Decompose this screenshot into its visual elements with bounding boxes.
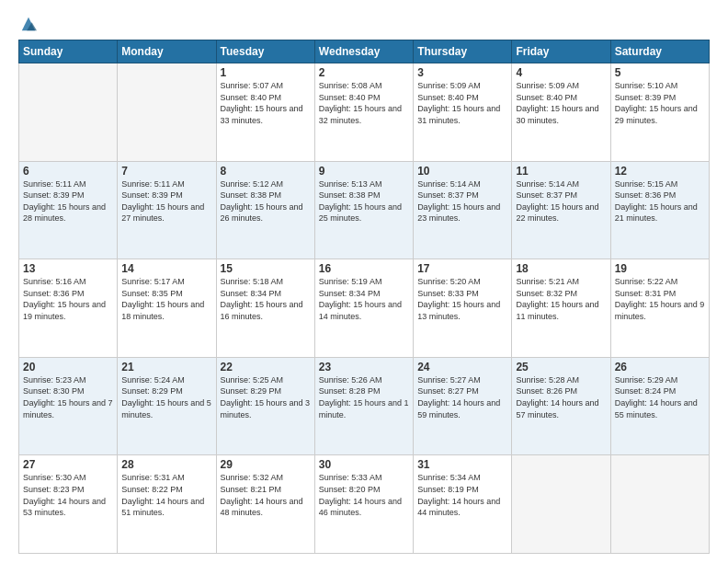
cell-info: Sunrise: 5:16 AM Sunset: 8:36 PM Dayligh…	[23, 276, 113, 322]
day-number: 12	[615, 165, 705, 178]
calendar-cell: 31Sunrise: 5:34 AM Sunset: 8:19 PM Dayli…	[414, 455, 512, 554]
calendar-cell: 7Sunrise: 5:11 AM Sunset: 8:39 PM Daylig…	[118, 161, 216, 259]
logo	[18, 14, 37, 32]
cell-info: Sunrise: 5:34 AM Sunset: 8:19 PM Dayligh…	[417, 472, 507, 518]
calendar-cell	[19, 63, 118, 162]
calendar-header-tuesday: Tuesday	[216, 40, 314, 63]
calendar-table: SundayMondayTuesdayWednesdayThursdayFrid…	[18, 40, 710, 554]
calendar-week-4: 20Sunrise: 5:23 AM Sunset: 8:30 PM Dayli…	[19, 357, 710, 455]
day-number: 9	[319, 165, 409, 178]
calendar-cell: 24Sunrise: 5:27 AM Sunset: 8:27 PM Dayli…	[414, 357, 512, 455]
day-number: 1	[221, 66, 311, 79]
calendar-header-friday: Friday	[512, 40, 610, 63]
cell-info: Sunrise: 5:20 AM Sunset: 8:33 PM Dayligh…	[417, 276, 507, 322]
calendar-cell	[610, 455, 709, 554]
calendar-cell: 29Sunrise: 5:32 AM Sunset: 8:21 PM Dayli…	[216, 455, 314, 554]
day-number: 3	[417, 66, 507, 79]
calendar-week-2: 6Sunrise: 5:11 AM Sunset: 8:39 PM Daylig…	[19, 161, 710, 259]
cell-info: Sunrise: 5:33 AM Sunset: 8:20 PM Dayligh…	[319, 472, 409, 518]
calendar-cell: 5Sunrise: 5:10 AM Sunset: 8:39 PM Daylig…	[610, 63, 709, 162]
cell-info: Sunrise: 5:24 AM Sunset: 8:29 PM Dayligh…	[121, 374, 211, 420]
calendar-cell: 3Sunrise: 5:09 AM Sunset: 8:40 PM Daylig…	[414, 63, 512, 162]
day-number: 7	[121, 165, 211, 178]
calendar-cell: 20Sunrise: 5:23 AM Sunset: 8:30 PM Dayli…	[19, 357, 118, 455]
calendar-cell: 22Sunrise: 5:25 AM Sunset: 8:29 PM Dayli…	[216, 357, 314, 455]
calendar-cell: 28Sunrise: 5:31 AM Sunset: 8:22 PM Dayli…	[118, 455, 216, 554]
cell-info: Sunrise: 5:15 AM Sunset: 8:36 PM Dayligh…	[615, 178, 705, 224]
day-number: 17	[417, 262, 507, 275]
calendar-cell: 6Sunrise: 5:11 AM Sunset: 8:39 PM Daylig…	[19, 161, 118, 259]
day-number: 16	[319, 262, 409, 275]
calendar-header-thursday: Thursday	[414, 40, 512, 63]
calendar-cell: 30Sunrise: 5:33 AM Sunset: 8:20 PM Dayli…	[314, 455, 413, 554]
page: SundayMondayTuesdayWednesdayThursdayFrid…	[0, 0, 728, 563]
calendar-cell	[118, 63, 216, 162]
cell-info: Sunrise: 5:29 AM Sunset: 8:24 PM Dayligh…	[615, 374, 705, 420]
calendar-header-row: SundayMondayTuesdayWednesdayThursdayFrid…	[19, 40, 710, 63]
calendar-cell: 18Sunrise: 5:21 AM Sunset: 8:32 PM Dayli…	[512, 259, 610, 358]
calendar-header-sunday: Sunday	[19, 40, 118, 63]
header	[18, 14, 710, 32]
cell-info: Sunrise: 5:18 AM Sunset: 8:34 PM Dayligh…	[221, 276, 311, 322]
calendar-cell: 8Sunrise: 5:12 AM Sunset: 8:38 PM Daylig…	[216, 161, 314, 259]
day-number: 6	[23, 165, 113, 178]
calendar-week-5: 27Sunrise: 5:30 AM Sunset: 8:23 PM Dayli…	[19, 455, 710, 554]
cell-info: Sunrise: 5:27 AM Sunset: 8:27 PM Dayligh…	[417, 374, 507, 420]
calendar-cell: 10Sunrise: 5:14 AM Sunset: 8:37 PM Dayli…	[414, 161, 512, 259]
calendar-cell: 14Sunrise: 5:17 AM Sunset: 8:35 PM Dayli…	[118, 259, 216, 358]
calendar-week-1: 1Sunrise: 5:07 AM Sunset: 8:40 PM Daylig…	[19, 63, 710, 162]
calendar-header-wednesday: Wednesday	[314, 40, 413, 63]
cell-info: Sunrise: 5:08 AM Sunset: 8:40 PM Dayligh…	[319, 80, 409, 126]
calendar-cell: 11Sunrise: 5:14 AM Sunset: 8:37 PM Dayli…	[512, 161, 610, 259]
day-number: 15	[221, 262, 311, 275]
calendar-cell: 12Sunrise: 5:15 AM Sunset: 8:36 PM Dayli…	[610, 161, 709, 259]
calendar-header-saturday: Saturday	[610, 40, 709, 63]
cell-info: Sunrise: 5:07 AM Sunset: 8:40 PM Dayligh…	[221, 80, 311, 126]
day-number: 31	[417, 458, 507, 471]
calendar-cell	[512, 455, 610, 554]
cell-info: Sunrise: 5:10 AM Sunset: 8:39 PM Dayligh…	[615, 80, 705, 126]
calendar-week-3: 13Sunrise: 5:16 AM Sunset: 8:36 PM Dayli…	[19, 259, 710, 358]
calendar-cell: 26Sunrise: 5:29 AM Sunset: 8:24 PM Dayli…	[610, 357, 709, 455]
day-number: 29	[221, 458, 311, 471]
cell-info: Sunrise: 5:14 AM Sunset: 8:37 PM Dayligh…	[516, 178, 606, 224]
day-number: 30	[319, 458, 409, 471]
cell-info: Sunrise: 5:30 AM Sunset: 8:23 PM Dayligh…	[23, 472, 113, 518]
calendar-cell: 23Sunrise: 5:26 AM Sunset: 8:28 PM Dayli…	[314, 357, 413, 455]
cell-info: Sunrise: 5:11 AM Sunset: 8:39 PM Dayligh…	[23, 178, 113, 224]
cell-info: Sunrise: 5:17 AM Sunset: 8:35 PM Dayligh…	[121, 276, 211, 322]
cell-info: Sunrise: 5:28 AM Sunset: 8:26 PM Dayligh…	[516, 374, 606, 420]
cell-info: Sunrise: 5:09 AM Sunset: 8:40 PM Dayligh…	[516, 80, 606, 126]
cell-info: Sunrise: 5:13 AM Sunset: 8:38 PM Dayligh…	[319, 178, 409, 224]
day-number: 2	[319, 66, 409, 79]
day-number: 4	[516, 66, 606, 79]
day-number: 27	[23, 458, 113, 471]
day-number: 22	[221, 361, 311, 373]
calendar-header-monday: Monday	[118, 40, 216, 63]
day-number: 20	[23, 361, 113, 373]
calendar-cell: 25Sunrise: 5:28 AM Sunset: 8:26 PM Dayli…	[512, 357, 610, 455]
day-number: 21	[121, 361, 211, 373]
cell-info: Sunrise: 5:09 AM Sunset: 8:40 PM Dayligh…	[417, 80, 507, 126]
logo-icon	[20, 16, 37, 32]
calendar-cell: 2Sunrise: 5:08 AM Sunset: 8:40 PM Daylig…	[314, 63, 413, 162]
cell-info: Sunrise: 5:25 AM Sunset: 8:29 PM Dayligh…	[221, 374, 311, 420]
day-number: 25	[516, 361, 606, 373]
day-number: 5	[615, 66, 705, 79]
day-number: 19	[615, 262, 705, 275]
cell-info: Sunrise: 5:12 AM Sunset: 8:38 PM Dayligh…	[221, 178, 311, 224]
cell-info: Sunrise: 5:19 AM Sunset: 8:34 PM Dayligh…	[319, 276, 409, 322]
calendar-cell: 9Sunrise: 5:13 AM Sunset: 8:38 PM Daylig…	[314, 161, 413, 259]
cell-info: Sunrise: 5:32 AM Sunset: 8:21 PM Dayligh…	[221, 472, 311, 518]
day-number: 18	[516, 262, 606, 275]
day-number: 11	[516, 165, 606, 178]
day-number: 10	[417, 165, 507, 178]
calendar-cell: 16Sunrise: 5:19 AM Sunset: 8:34 PM Dayli…	[314, 259, 413, 358]
day-number: 23	[319, 361, 409, 373]
calendar-cell: 4Sunrise: 5:09 AM Sunset: 8:40 PM Daylig…	[512, 63, 610, 162]
day-number: 28	[121, 458, 211, 471]
calendar-cell: 21Sunrise: 5:24 AM Sunset: 8:29 PM Dayli…	[118, 357, 216, 455]
day-number: 24	[417, 361, 507, 373]
calendar-cell: 19Sunrise: 5:22 AM Sunset: 8:31 PM Dayli…	[610, 259, 709, 358]
day-number: 26	[615, 361, 705, 373]
